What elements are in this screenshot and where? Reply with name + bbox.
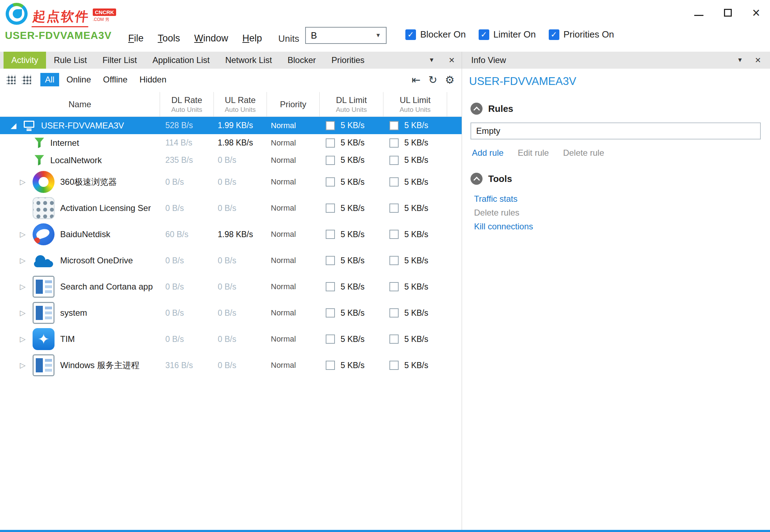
toggle-priorities-on[interactable]: ✓Priorities On	[549, 29, 614, 40]
column-header-ul-rate[interactable]: UL RateAuto Units	[213, 92, 267, 116]
detail-view-icon[interactable]	[22, 75, 31, 84]
ul-rate-value: 1.98 KB/s	[213, 138, 267, 148]
action-edit-rule[interactable]: Edit rule	[518, 148, 549, 158]
expander-icon[interactable]: ◢	[11, 121, 23, 130]
column-header-priority[interactable]: Priority	[267, 92, 319, 116]
filter-offline[interactable]: Offline	[98, 73, 132, 86]
menu-file[interactable]: File	[128, 33, 144, 44]
expander-icon[interactable]: ▷	[20, 282, 33, 291]
dl-limit-checkbox[interactable]	[326, 282, 335, 291]
ul-limit-checkbox[interactable]	[389, 308, 399, 318]
toggle-blocker-on[interactable]: ✓Blocker On	[405, 29, 466, 40]
dl-limit-checkbox[interactable]	[326, 138, 335, 148]
tab-network-list[interactable]: Network List	[217, 52, 280, 69]
dl-limit-checkbox[interactable]	[326, 121, 335, 130]
dl-limit-checkbox[interactable]	[326, 308, 335, 318]
collapse-all-icon[interactable]: ⇤	[412, 74, 421, 86]
table-row[interactable]: Internet114 B/s1.98 KB/sNormal5 KB/s5 KB…	[0, 134, 462, 151]
expander-icon[interactable]: ▷	[20, 256, 33, 265]
table-row[interactable]: Activation Licensing Ser0 B/s0 B/sNormal…	[0, 195, 462, 221]
dl-limit-cell: 5 KB/s	[319, 308, 383, 318]
table-row[interactable]: ▷Search and Cortana app0 B/s0 B/sNormal5…	[0, 274, 462, 300]
dl-limit-checkbox[interactable]	[326, 230, 335, 239]
units-dropdown[interactable]: B ▼	[305, 27, 387, 44]
table-row[interactable]: LocalNetwork235 B/s0 B/sNormal5 KB/s5 KB…	[0, 151, 462, 169]
ul-limit-checkbox[interactable]	[389, 334, 399, 344]
ul-limit-cell: 5 KB/s	[383, 308, 447, 318]
column-header-dl-rate[interactable]: DL RateAuto Units	[160, 92, 213, 116]
column-header-name[interactable]: Name	[0, 92, 160, 116]
action-traffic-stats[interactable]: Traffic stats	[474, 192, 770, 206]
info-view-close-icon[interactable]: ×	[755, 55, 761, 65]
table-row[interactable]: ▷TIM0 B/s0 B/sNormal5 KB/s5 KB/s	[0, 326, 462, 352]
ul-limit-checkbox[interactable]	[389, 256, 399, 265]
minimize-button[interactable]	[694, 15, 703, 16]
refresh-icon[interactable]: ↻	[428, 74, 437, 86]
checkbox-icon[interactable]: ✓	[479, 29, 489, 40]
tab-activity[interactable]: Activity	[4, 52, 46, 69]
gear-icon[interactable]: ⚙	[445, 74, 455, 86]
dl-limit-checkbox[interactable]	[326, 361, 335, 370]
action-kill-connections[interactable]: Kill connections	[474, 219, 770, 233]
ul-limit-checkbox[interactable]	[389, 204, 399, 213]
dl-limit-checkbox[interactable]	[326, 334, 335, 344]
expander-icon[interactable]: ▷	[20, 178, 33, 186]
tab-blocker[interactable]: Blocker	[280, 52, 324, 69]
close-button[interactable]: ×	[752, 6, 760, 19]
brand: 起点软件 CNCRK .COM 另	[33, 8, 116, 27]
collapse-tools-button[interactable]	[470, 173, 483, 185]
maximize-button[interactable]	[724, 9, 732, 17]
tab-rule-list[interactable]: Rule List	[46, 52, 95, 69]
table-row[interactable]: ◢USER-FDVVAMEA3V528 B/s1.99 KB/sNormal5 …	[0, 117, 462, 134]
table-row[interactable]: ▷Microsoft OneDrive0 B/s0 B/sNormal5 KB/…	[0, 247, 462, 274]
ul-limit-checkbox[interactable]	[389, 230, 399, 239]
toggle-limiter-on[interactable]: ✓Limiter On	[479, 29, 536, 40]
filter-online[interactable]: Online	[62, 73, 96, 86]
tab-priorities[interactable]: Priorities	[324, 52, 372, 69]
table-row[interactable]: ▷system0 B/s0 B/sNormal5 KB/s5 KB/s	[0, 300, 462, 326]
panel-dropdown-icon[interactable]: ▼	[429, 57, 435, 64]
ul-limit-checkbox[interactable]	[389, 156, 399, 165]
expander-icon[interactable]: ▷	[20, 335, 33, 343]
expander-icon[interactable]: ▷	[20, 230, 33, 239]
filter-hidden[interactable]: Hidden	[135, 73, 171, 86]
dl-limit-checkbox[interactable]	[326, 156, 335, 165]
filter-all[interactable]: All	[40, 73, 59, 86]
column-header-dl-limit[interactable]: DL LimitAuto Units	[319, 92, 383, 116]
table-row[interactable]: ▷Windows 服务主进程316 B/s0 B/sNormal5 KB/s5 …	[0, 352, 462, 378]
dl-limit-cell: 5 KB/s	[319, 204, 383, 213]
menu-tools[interactable]: Tools	[158, 33, 180, 44]
collapse-rules-button[interactable]	[470, 103, 483, 115]
column-sublabel: Auto Units	[400, 106, 431, 114]
action-add-rule[interactable]: Add rule	[472, 148, 503, 158]
checkbox-icon[interactable]: ✓	[405, 29, 416, 40]
tab-filter-list[interactable]: Filter List	[95, 52, 144, 69]
panel-close-icon[interactable]: ×	[449, 55, 455, 65]
rules-input[interactable]	[470, 122, 761, 139]
ul-limit-checkbox[interactable]	[389, 177, 399, 187]
menu-window[interactable]: Window	[194, 33, 228, 44]
dl-limit-checkbox[interactable]	[326, 177, 335, 187]
table-row[interactable]: ▷360极速浏览器0 B/s0 B/sNormal5 KB/s5 KB/s	[0, 169, 462, 195]
onedrive-icon	[33, 250, 55, 271]
action-delete-rules[interactable]: Delete rules	[474, 206, 770, 219]
ul-limit-value: 5 KB/s	[404, 177, 428, 187]
ul-limit-checkbox[interactable]	[389, 121, 399, 130]
column-header-ul-limit[interactable]: UL LimitAuto Units	[383, 92, 447, 116]
dl-limit-cell: 5 KB/s	[319, 230, 383, 239]
grid-view-icon[interactable]	[6, 75, 16, 84]
ul-limit-checkbox[interactable]	[389, 282, 399, 291]
action-delete-rule[interactable]: Delete rule	[563, 148, 604, 158]
checkbox-icon[interactable]: ✓	[549, 29, 559, 40]
table-row[interactable]: ▷BaiduNetdisk60 B/s1.98 KB/sNormal5 KB/s…	[0, 221, 462, 247]
dl-limit-checkbox[interactable]	[326, 204, 335, 213]
menu-help[interactable]: Help	[243, 33, 262, 44]
expander-icon[interactable]: ▷	[20, 309, 33, 317]
expander-icon[interactable]: ▷	[20, 361, 33, 370]
info-view-dropdown-icon[interactable]: ▼	[737, 57, 743, 64]
ul-limit-checkbox[interactable]	[389, 361, 399, 370]
dl-limit-checkbox[interactable]	[326, 256, 335, 265]
tab-application-list[interactable]: Application List	[145, 52, 217, 69]
ul-limit-value: 5 KB/s	[404, 138, 428, 148]
ul-limit-checkbox[interactable]	[389, 138, 399, 148]
